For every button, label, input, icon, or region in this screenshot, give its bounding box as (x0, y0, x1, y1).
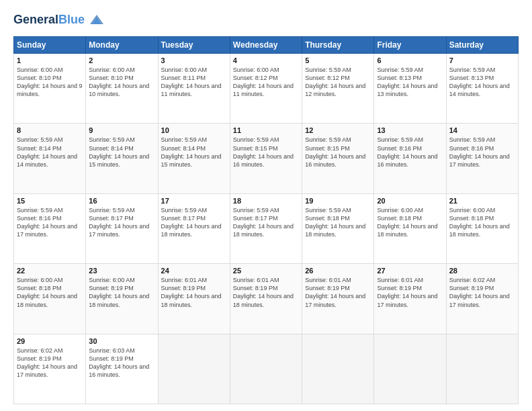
calendar-day-12: 12Sunrise: 5:59 AMSunset: 8:15 PMDayligh… (302, 124, 374, 193)
calendar-day-27: 27Sunrise: 6:01 AMSunset: 8:19 PMDayligh… (374, 264, 446, 334)
calendar-table: SundayMondayTuesdayWednesdayThursdayFrid… (13, 36, 519, 404)
calendar-day-16: 16Sunrise: 5:59 AMSunset: 8:17 PMDayligh… (86, 193, 158, 263)
calendar-week-0: 1Sunrise: 6:00 AMSunset: 8:10 PMDaylight… (14, 54, 519, 124)
calendar-day-4: 4Sunrise: 6:00 AMSunset: 8:12 PMDaylight… (230, 54, 302, 124)
calendar-day-empty (230, 334, 302, 404)
calendar-week-2: 15Sunrise: 5:59 AMSunset: 8:16 PMDayligh… (14, 193, 519, 263)
logo-icon (87, 11, 106, 30)
calendar-day-empty (374, 334, 446, 404)
weekday-header-friday: Friday (374, 37, 446, 54)
calendar-day-30: 30Sunrise: 6:03 AMSunset: 8:19 PMDayligh… (86, 334, 158, 404)
logo: GeneralBlue (13, 11, 106, 30)
weekday-header-wednesday: Wednesday (230, 37, 302, 54)
calendar-day-18: 18Sunrise: 5:59 AMSunset: 8:17 PMDayligh… (230, 193, 302, 263)
calendar-day-1: 1Sunrise: 6:00 AMSunset: 8:10 PMDaylight… (14, 54, 86, 124)
calendar-day-5: 5Sunrise: 5:59 AMSunset: 8:12 PMDaylight… (302, 54, 374, 124)
calendar-day-23: 23Sunrise: 6:00 AMSunset: 8:19 PMDayligh… (86, 264, 158, 334)
calendar-day-empty (158, 334, 230, 404)
page: GeneralBlue SundayMondayTuesdayWednesday… (0, 0, 532, 411)
calendar-day-25: 25Sunrise: 6:01 AMSunset: 8:19 PMDayligh… (230, 264, 302, 334)
calendar-day-8: 8Sunrise: 5:59 AMSunset: 8:14 PMDaylight… (14, 124, 86, 193)
calendar-day-28: 28Sunrise: 6:02 AMSunset: 8:19 PMDayligh… (446, 264, 518, 334)
calendar-week-4: 29Sunrise: 6:02 AMSunset: 8:19 PMDayligh… (14, 334, 519, 404)
calendar-day-17: 17Sunrise: 5:59 AMSunset: 8:17 PMDayligh… (158, 193, 230, 263)
calendar-day-19: 19Sunrise: 5:59 AMSunset: 8:18 PMDayligh… (302, 193, 374, 263)
weekday-header-saturday: Saturday (446, 37, 518, 54)
logo-text: GeneralBlue (13, 13, 85, 27)
calendar-day-29: 29Sunrise: 6:02 AMSunset: 8:19 PMDayligh… (14, 334, 86, 404)
calendar-day-21: 21Sunrise: 6:00 AMSunset: 8:18 PMDayligh… (446, 193, 518, 263)
calendar-day-empty (446, 334, 518, 404)
calendar-day-3: 3Sunrise: 6:00 AMSunset: 8:11 PMDaylight… (158, 54, 230, 124)
calendar-day-6: 6Sunrise: 5:59 AMSunset: 8:13 PMDaylight… (374, 54, 446, 124)
calendar-day-24: 24Sunrise: 6:01 AMSunset: 8:19 PMDayligh… (158, 264, 230, 334)
calendar-day-15: 15Sunrise: 5:59 AMSunset: 8:16 PMDayligh… (14, 193, 86, 263)
calendar-day-22: 22Sunrise: 6:00 AMSunset: 8:18 PMDayligh… (14, 264, 86, 334)
calendar-day-26: 26Sunrise: 6:01 AMSunset: 8:19 PMDayligh… (302, 264, 374, 334)
calendar-day-13: 13Sunrise: 5:59 AMSunset: 8:16 PMDayligh… (374, 124, 446, 193)
weekday-header-monday: Monday (86, 37, 158, 54)
calendar-day-empty (302, 334, 374, 404)
calendar-day-2: 2Sunrise: 6:00 AMSunset: 8:10 PMDaylight… (86, 54, 158, 124)
calendar-day-20: 20Sunrise: 6:00 AMSunset: 8:18 PMDayligh… (374, 193, 446, 263)
weekday-header-row: SundayMondayTuesdayWednesdayThursdayFrid… (14, 37, 519, 54)
weekday-header-sunday: Sunday (14, 37, 86, 54)
calendar-day-11: 11Sunrise: 5:59 AMSunset: 8:15 PMDayligh… (230, 124, 302, 193)
weekday-header-thursday: Thursday (302, 37, 374, 54)
calendar-week-1: 8Sunrise: 5:59 AMSunset: 8:14 PMDaylight… (14, 124, 519, 193)
calendar-week-3: 22Sunrise: 6:00 AMSunset: 8:18 PMDayligh… (14, 264, 519, 334)
calendar-day-10: 10Sunrise: 5:59 AMSunset: 8:14 PMDayligh… (158, 124, 230, 193)
calendar-day-7: 7Sunrise: 5:59 AMSunset: 8:13 PMDaylight… (446, 54, 518, 124)
calendar-day-9: 9Sunrise: 5:59 AMSunset: 8:14 PMDaylight… (86, 124, 158, 193)
header: GeneralBlue (13, 11, 519, 30)
weekday-header-tuesday: Tuesday (158, 37, 230, 54)
calendar-day-14: 14Sunrise: 5:59 AMSunset: 8:16 PMDayligh… (446, 124, 518, 193)
